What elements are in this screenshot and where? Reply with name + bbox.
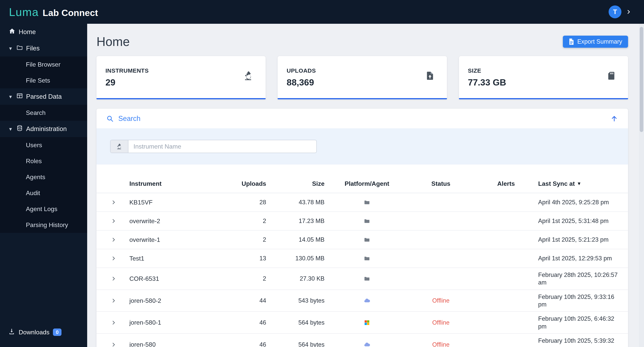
- uploads-count: 46: [223, 319, 270, 326]
- instrument-name: overwrite-2: [124, 217, 223, 225]
- sidebar-item-agent-logs[interactable]: Agent Logs: [0, 201, 87, 217]
- chevron-right-icon[interactable]: [626, 9, 632, 15]
- table-row[interactable]: COR-6531 2 27.30 KB February 28th 2025, …: [96, 268, 628, 290]
- caret-down-icon: ▾: [8, 45, 13, 52]
- column-header-platform-agent[interactable]: Platform/Agent: [326, 180, 408, 187]
- home-icon: [8, 28, 16, 36]
- sidebar-item-audit[interactable]: Audit: [0, 185, 87, 201]
- sidebar-group-files[interactable]: ▾ Files: [0, 40, 87, 57]
- column-header-size[interactable]: Size: [270, 180, 326, 187]
- expand-row-icon[interactable]: [111, 237, 116, 243]
- table-row[interactable]: Test1 13 130.05 MB April 1st 2025, 12:29…: [96, 249, 628, 268]
- table-row[interactable]: joren-580 46 564 bytes Offline February …: [96, 334, 628, 347]
- last-sync: February 10th 2025, 6:46:32 pm: [538, 312, 628, 333]
- sidebar-group-administration[interactable]: ▾ Administration: [0, 121, 87, 137]
- caret-down-icon: ▾: [8, 126, 13, 132]
- sidebar-item-label: Home: [19, 28, 36, 36]
- search-results-panel: Search Instrument Uploads Size Platform/…: [96, 109, 628, 347]
- instrument-name: COR-6531: [124, 275, 223, 282]
- sidebar-item-search[interactable]: Search: [0, 105, 87, 121]
- uploads-count: 28: [223, 199, 270, 206]
- stat-card-instruments: INSTRUMENTS 29: [96, 56, 266, 99]
- sidebar-item-home[interactable]: Home: [0, 24, 87, 40]
- size-value: 17.23 MB: [270, 217, 326, 224]
- expand-row-icon[interactable]: [111, 199, 116, 205]
- stat-card-size: SIZE 77.33 GB: [459, 56, 628, 99]
- folder-icon: [364, 275, 370, 282]
- avatar[interactable]: T: [608, 6, 622, 18]
- size-value: 564 bytes: [270, 319, 326, 326]
- instruments-table: Instrument Uploads Size Platform/Agent S…: [96, 175, 628, 347]
- export-summary-button[interactable]: Export Summary: [563, 36, 628, 48]
- expand-row-icon[interactable]: [111, 255, 116, 261]
- downloads-label: Downloads: [19, 329, 50, 336]
- expand-row-icon[interactable]: [111, 320, 116, 325]
- platform-agent-cell: [326, 341, 408, 347]
- folder-icon: [364, 218, 370, 224]
- sidebar-item-parsing-history[interactable]: Parsing History: [0, 217, 87, 233]
- sidebar-group-parsed-data[interactable]: ▾ Parsed Data: [0, 88, 87, 105]
- platform-agent-cell: [326, 297, 408, 304]
- downloads-button[interactable]: Downloads 0: [0, 322, 87, 342]
- column-header-label: Last Sync at: [538, 180, 575, 188]
- expand-row-icon[interactable]: [111, 342, 116, 347]
- table-row[interactable]: overwrite-1 2 14.05 MB April 1st 2025, 5…: [96, 231, 628, 249]
- sidebar-item-users[interactable]: Users: [0, 137, 87, 153]
- table-row[interactable]: joren-580-1 46 564 bytes Offline Februar…: [96, 312, 628, 334]
- sidebar-item-roles[interactable]: Roles: [0, 153, 87, 169]
- uploads-count: 2: [223, 275, 270, 282]
- instrument-name-input[interactable]: [128, 140, 316, 153]
- last-sync: April 1st 2025, 5:21:23 pm: [538, 233, 628, 246]
- stat-card-uploads: UPLOADS 88,369: [278, 56, 447, 99]
- table-body: KB15VF 28 43.78 MB April 4th 2025, 9:25:…: [96, 193, 628, 347]
- expand-row-icon[interactable]: [111, 298, 116, 303]
- stat-label: UPLOADS: [286, 67, 435, 74]
- size-value: 43.78 MB: [270, 199, 326, 206]
- search-icon: [106, 115, 114, 122]
- size-value: 543 bytes: [270, 297, 326, 304]
- folder-icon: [16, 44, 23, 52]
- column-header-instrument[interactable]: Instrument: [124, 180, 223, 187]
- table-row[interactable]: KB15VF 28 43.78 MB April 4th 2025, 9:25:…: [96, 193, 628, 212]
- size-value: 564 bytes: [270, 341, 326, 347]
- scrollbar-thumb[interactable]: [640, 27, 643, 132]
- instrument-name: KB15VF: [124, 199, 223, 206]
- windows-icon: [364, 319, 370, 326]
- column-header-last-sync[interactable]: Last Sync at ▼: [538, 180, 628, 188]
- uploads-count: 2: [223, 236, 270, 243]
- last-sync: April 1st 2025, 12:29:53 pm: [538, 251, 628, 265]
- export-summary-label: Export Summary: [577, 38, 622, 45]
- cloud-icon: [364, 341, 370, 347]
- microscope-icon: [243, 71, 254, 82]
- stat-value: 88,369: [286, 77, 435, 88]
- column-header-status[interactable]: Status: [408, 180, 474, 187]
- table-row[interactable]: overwrite-2 2 17.23 MB April 1st 2025, 5…: [96, 212, 628, 231]
- top-bar: Luma Lab Connect T: [0, 0, 644, 24]
- microscope-icon: [110, 140, 128, 153]
- uploads-count: 46: [223, 341, 270, 347]
- size-value: 130.05 MB: [270, 255, 326, 262]
- sidebar-item-agents[interactable]: Agents: [0, 169, 87, 185]
- instrument-name: joren-580-1: [124, 319, 223, 326]
- folder-icon: [364, 237, 370, 243]
- table-icon: [16, 93, 23, 101]
- stat-label: SIZE: [468, 67, 616, 74]
- sidebar-group-label: Files: [26, 45, 40, 52]
- instrument-name: joren-580-2: [124, 297, 223, 304]
- expand-row-icon[interactable]: [111, 276, 116, 281]
- uploads-count: 13: [223, 255, 270, 262]
- column-header-alerts[interactable]: Alerts: [474, 180, 538, 187]
- scrollbar-track[interactable]: [639, 24, 644, 347]
- sidebar-item-file-sets[interactable]: File Sets: [0, 73, 87, 88]
- sidebar-group-label: Administration: [26, 125, 67, 133]
- sidebar-item-file-browser[interactable]: File Browser: [0, 57, 87, 73]
- stat-value: 29: [106, 77, 254, 88]
- sd-card-icon: [607, 71, 616, 82]
- collapse-up-icon[interactable]: [610, 115, 618, 122]
- database-icon: [16, 125, 23, 133]
- expand-row-icon[interactable]: [111, 218, 116, 224]
- column-header-uploads[interactable]: Uploads: [223, 180, 270, 187]
- sort-desc-icon: ▼: [577, 181, 582, 187]
- table-row[interactable]: joren-580-2 44 543 bytes Offline Februar…: [96, 290, 628, 312]
- sidebar-group-label: Parsed Data: [26, 93, 62, 100]
